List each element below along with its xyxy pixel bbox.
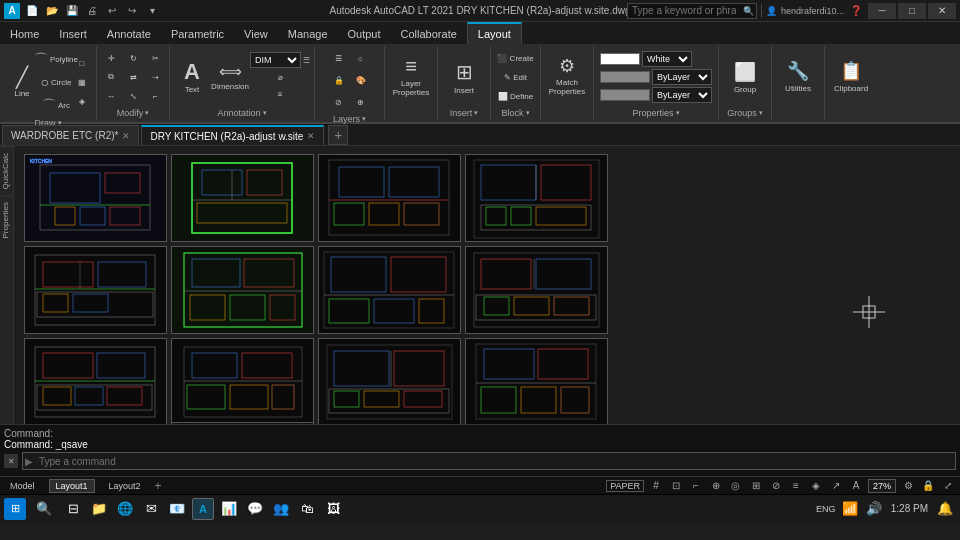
- add-tab-button[interactable]: +: [328, 125, 348, 145]
- sel-icon[interactable]: ↗: [828, 478, 844, 494]
- lang-icon[interactable]: ENG: [815, 498, 837, 520]
- utilities-button[interactable]: 🔧 Utilities: [776, 48, 820, 104]
- canvas-area[interactable]: KITCHEN: [14, 146, 960, 424]
- network-icon[interactable]: 📶: [839, 498, 861, 520]
- thumbnail-7[interactable]: [318, 246, 461, 334]
- linewt-icon[interactable]: ≡: [788, 478, 804, 494]
- taskbar-teams[interactable]: 👥: [270, 498, 292, 520]
- tab-output[interactable]: Output: [338, 22, 391, 44]
- fillet-button[interactable]: ⌐: [145, 87, 165, 105]
- close-button[interactable]: ✕: [928, 3, 956, 19]
- tab-parametric[interactable]: Parametric: [161, 22, 234, 44]
- layout1-tab[interactable]: Layout1: [49, 479, 95, 493]
- layer-props-btn[interactable]: ≡: [329, 48, 349, 68]
- qa-print[interactable]: 🖨: [84, 3, 100, 19]
- layer-lock-btn[interactable]: 🔒: [329, 70, 349, 90]
- tab-view[interactable]: View: [234, 22, 278, 44]
- color-select[interactable]: White: [642, 51, 692, 67]
- tab-collaborate[interactable]: Collaborate: [391, 22, 467, 44]
- taskbar-taskview[interactable]: ⊟: [62, 498, 84, 520]
- taskbar-edge[interactable]: 🌐: [114, 498, 136, 520]
- polyline-button[interactable]: ⌒ Polyline: [42, 48, 70, 70]
- tab-layout[interactable]: Layout: [467, 22, 522, 44]
- stretch-button[interactable]: ↔: [101, 87, 121, 105]
- match-properties-button[interactable]: ⚙ Match Properties: [545, 48, 589, 104]
- trim-button[interactable]: ✂: [145, 49, 165, 67]
- qa-open[interactable]: 📂: [44, 3, 60, 19]
- move-button[interactable]: ✛: [101, 49, 121, 67]
- taskbar-skype[interactable]: 💬: [244, 498, 266, 520]
- qa-new[interactable]: 📄: [24, 3, 40, 19]
- qa-save[interactable]: 💾: [64, 3, 80, 19]
- start-button[interactable]: ⊞: [4, 498, 26, 520]
- properties-label[interactable]: Properties ▾: [632, 108, 679, 118]
- bylayer-select2[interactable]: ByLayer: [652, 87, 712, 103]
- quickcalc-panel[interactable]: QuickCalc: [0, 146, 13, 195]
- model-tab[interactable]: Model: [4, 480, 41, 492]
- minimize-button[interactable]: ─: [868, 3, 896, 19]
- qa-more[interactable]: ▾: [144, 3, 160, 19]
- taskbar-explorer[interactable]: 📁: [88, 498, 110, 520]
- grid-icon[interactable]: #: [648, 478, 664, 494]
- add-layout-button[interactable]: +: [155, 479, 162, 493]
- thumbnail-1[interactable]: KITCHEN: [24, 154, 167, 242]
- block-define-btn[interactable]: ⬜ Define: [496, 87, 536, 105]
- layer-unisolate-btn[interactable]: ⊕: [351, 92, 371, 112]
- taskbar-store[interactable]: 🛍: [296, 498, 318, 520]
- layer-freeze-btn[interactable]: ☼: [351, 48, 371, 68]
- layer-color-btn[interactable]: 🎨: [351, 70, 371, 90]
- taskbar-search[interactable]: 🔍: [30, 498, 58, 520]
- scale-button[interactable]: ⤡: [123, 87, 143, 105]
- thumbnail-11[interactable]: [318, 338, 461, 424]
- volume-icon[interactable]: 🔊: [863, 498, 885, 520]
- maximize-button[interactable]: □: [898, 3, 926, 19]
- circle-button[interactable]: ○ Circle: [42, 71, 70, 93]
- clock-display[interactable]: 1:28 PM: [891, 503, 928, 514]
- ann-small1[interactable]: ⌀: [250, 69, 310, 85]
- dimension-button[interactable]: ⟺ Dimension: [212, 51, 248, 103]
- block-create-btn[interactable]: ⬛ Create: [496, 49, 536, 67]
- rotate-button[interactable]: ↻: [123, 49, 143, 67]
- thumbnail-10[interactable]: [171, 338, 314, 424]
- doc-tab-wardrobe[interactable]: WARDROBE ETC (R2)* ✕: [2, 125, 139, 145]
- thumbnail-13[interactable]: [171, 422, 314, 424]
- bylayer-select1[interactable]: ByLayer: [652, 69, 712, 85]
- taskbar-excel[interactable]: 📊: [218, 498, 240, 520]
- help-icon[interactable]: ❓: [848, 3, 864, 19]
- tab-annotate[interactable]: Annotate: [97, 22, 161, 44]
- lock-icon[interactable]: 🔒: [920, 478, 936, 494]
- app-icon[interactable]: A: [4, 3, 20, 19]
- osnap-icon[interactable]: ◎: [728, 478, 744, 494]
- taskbar-autocad[interactable]: A: [192, 498, 214, 520]
- qa-undo[interactable]: ↩: [104, 3, 120, 19]
- workspace-icon[interactable]: ⚙: [900, 478, 916, 494]
- taskbar-photos[interactable]: 🖼: [322, 498, 344, 520]
- ducs-icon[interactable]: ⊘: [768, 478, 784, 494]
- groups-label[interactable]: Groups ▾: [727, 108, 763, 118]
- qa-redo[interactable]: ↪: [124, 3, 140, 19]
- rect-button[interactable]: □: [72, 54, 92, 72]
- modify-label[interactable]: Modify ▾: [117, 108, 150, 118]
- clipboard-button[interactable]: 📋 Clipboard: [829, 48, 873, 104]
- layers-label[interactable]: Layers ▾: [333, 114, 366, 124]
- transp-icon[interactable]: ◈: [808, 478, 824, 494]
- tab-insert[interactable]: Insert: [49, 22, 97, 44]
- region-button[interactable]: ◈: [72, 92, 92, 110]
- ortho-icon[interactable]: ⌐: [688, 478, 704, 494]
- thumbnail-12[interactable]: [465, 338, 608, 424]
- hatch-button[interactable]: ▦: [72, 73, 92, 91]
- layer-iso-btn[interactable]: ⊘: [329, 92, 349, 112]
- snap-icon[interactable]: ⊡: [668, 478, 684, 494]
- notification-icon[interactable]: 🔔: [934, 498, 956, 520]
- command-input[interactable]: [35, 452, 955, 470]
- annotation-label[interactable]: Annotation ▾: [217, 108, 266, 118]
- block-label[interactable]: Block ▾: [501, 108, 529, 118]
- cmd-close-button[interactable]: ✕: [4, 454, 18, 468]
- block-edit-btn[interactable]: ✎ Edit: [496, 68, 536, 86]
- fullscreen-icon[interactable]: ⤢: [940, 478, 956, 494]
- insert-button[interactable]: ⊞ Insert: [442, 49, 486, 105]
- thumbnail-9[interactable]: [24, 338, 167, 424]
- taskbar-outlook[interactable]: 📧: [166, 498, 188, 520]
- tab-manage[interactable]: Manage: [278, 22, 338, 44]
- layout2-tab[interactable]: Layout2: [103, 480, 147, 492]
